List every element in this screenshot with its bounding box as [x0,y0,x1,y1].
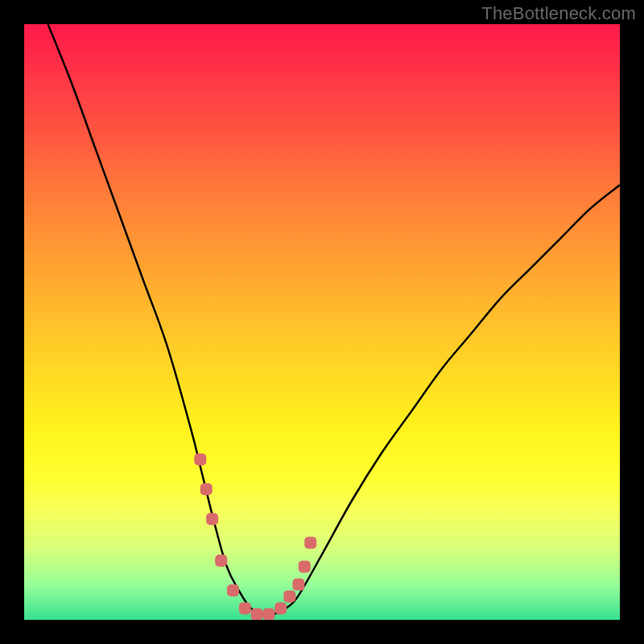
plot-area [24,24,620,620]
valley-marker [275,602,287,614]
watermark-text: TheBottleneck.com [481,3,636,24]
valley-marker [239,602,251,614]
valley-marker [262,609,275,620]
valley-marker [251,609,263,620]
valley-marker [194,453,206,465]
valley-marker [227,584,239,597]
valley-marker [304,537,316,549]
valley-marker [215,555,227,567]
chart-frame: TheBottleneck.com [0,0,644,644]
valley-marker [206,513,218,525]
bottleneck-curve-path [48,24,620,615]
valley-marker [292,579,304,591]
valley-marker [283,590,295,602]
valley-marker [200,483,213,495]
curve-svg [24,24,620,620]
valley-marker [299,560,311,572]
